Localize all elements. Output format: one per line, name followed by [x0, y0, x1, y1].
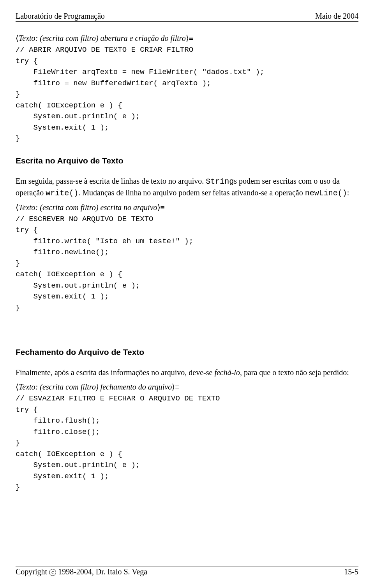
heading-escrita: Escrita no Arquivo de Texto	[16, 156, 358, 165]
copyright-c-icon: c	[49, 569, 56, 576]
para2-e: . Mudanças de linha no arquivo podem ser…	[78, 188, 305, 197]
page-number: 15-5	[344, 567, 358, 576]
section2-label-text: Texto: (escrita com filtro) escrita no a…	[16, 203, 165, 212]
code-block-1: // ABRIR ARQUIVO DE TEXTO E CRIAR FILTRO…	[16, 44, 358, 144]
copyright-prefix: Copyright	[16, 567, 49, 576]
header-rule	[16, 21, 358, 22]
header-right: Maio de 2004	[315, 12, 358, 21]
para2-g: :	[347, 188, 349, 197]
code-section-label-1: Texto: (escrita com filtro) abertura e c…	[16, 33, 358, 43]
para3-b-italic: fechá-lo	[214, 368, 240, 377]
section3-label-text: Texto: (escrita com filtro) fechamento d…	[16, 383, 180, 391]
header-left: Laboratório de Programação	[16, 12, 105, 21]
page-footer: Copyright c 1998-2004, Dr. Italo S. Vega…	[16, 567, 358, 576]
page-header: Laboratório de Programação Maio de 2004	[16, 12, 358, 21]
heading-fechamento: Fechamento do Arquivo de Texto	[16, 348, 358, 357]
para2-mono-string: String	[206, 177, 234, 186]
code-block-2: // ESCREVER NO ARQUIVO DE TEXTO try { fi…	[16, 214, 358, 314]
footer-copyright: Copyright c 1998-2004, Dr. Italo S. Vega	[16, 567, 147, 576]
copyright-suffix: 1998-2004, Dr. Italo S. Vega	[58, 567, 147, 576]
paragraph-fechamento: Finalmente, após a escrita das informaçõ…	[16, 367, 358, 378]
footer-rule	[16, 567, 358, 567]
code-section-label-3: Texto: (escrita com filtro) fechamento d…	[16, 382, 358, 391]
paragraph-escrita: Em seguida, passa-se à escrita de linhas…	[16, 176, 358, 199]
para2-mono-newline: newLine()	[305, 189, 347, 198]
para3-a: Finalmente, após a escrita das informaçõ…	[16, 368, 214, 377]
section1-label-text: Texto: (escrita com filtro) abertura e c…	[16, 34, 193, 42]
code-block-3: // ESVAZIAR FILTRO E FECHAR O ARQUIVO DE…	[16, 393, 358, 493]
code-section-label-2: Texto: (escrita com filtro) escrita no a…	[16, 203, 358, 212]
para3-c: , para que o texto não seja perdido:	[240, 368, 349, 377]
para2-mono-write: write()	[46, 189, 78, 198]
para2-a: Em seguida, passa-se à escrita de linhas…	[16, 177, 206, 185]
